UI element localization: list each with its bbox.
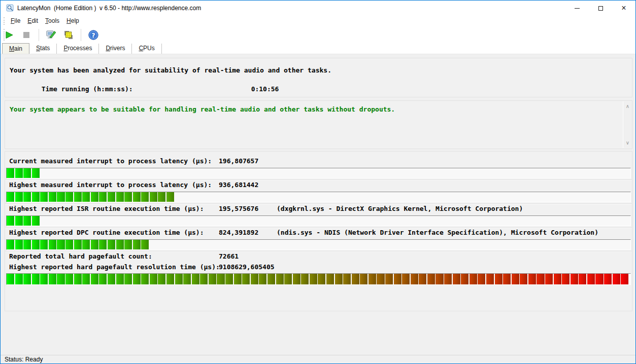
report-button[interactable]	[61, 28, 76, 42]
bar-segment	[512, 274, 519, 284]
latency-level-bar	[6, 215, 631, 226]
bar-segment	[49, 274, 56, 284]
latency-level-bar	[6, 239, 631, 250]
bar-segment	[604, 274, 612, 284]
bar-segment	[57, 192, 64, 202]
toolbar-gripper[interactable]	[4, 29, 5, 41]
bar-segment	[453, 274, 460, 284]
bar-segment	[65, 240, 73, 249]
bar-segment	[461, 274, 468, 284]
measurements-panel: Current measured interrupt to process la…	[5, 151, 632, 311]
measurement-label: Highest measured interrupt to process la…	[9, 181, 219, 189]
bar-segment	[554, 274, 561, 284]
options-button[interactable]	[44, 28, 58, 42]
verdict-panel: Your system appears to be suitable for h…	[5, 100, 632, 149]
measurement-driver-info: (dxgkrnl.sys - DirectX Graphics Kernel, …	[277, 205, 523, 212]
toolbar-separator	[39, 29, 39, 41]
measurement-label: Highest reported DPC routine execution t…	[9, 229, 219, 236]
tab-cpus[interactable]: CPUs	[132, 44, 161, 54]
bar-segment	[141, 192, 149, 202]
bar-segment	[23, 274, 31, 284]
bar-segment	[394, 274, 401, 284]
tab-processes[interactable]: Processes	[57, 44, 99, 54]
bar-segment	[15, 274, 23, 284]
scroll-up-button[interactable]: ∧	[623, 102, 632, 111]
bar-segment	[40, 192, 48, 202]
menu-item-file[interactable]: File	[7, 16, 24, 26]
latency-level-bar	[6, 168, 631, 178]
close-button[interactable]: ×	[612, 1, 635, 16]
menu-item-help[interactable]: Help	[63, 16, 83, 26]
bar-segment	[369, 274, 376, 284]
bar-segment	[242, 274, 250, 284]
scroll-down-button[interactable]: ∨	[623, 139, 632, 147]
play-icon	[4, 30, 14, 40]
bar-segment	[7, 240, 14, 249]
bar-segment	[49, 240, 56, 249]
help-button[interactable]: ?	[86, 28, 101, 42]
bar-segment	[595, 274, 603, 284]
measurement-row: Highest reported ISR routine execution t…	[9, 205, 628, 214]
bar-segment	[318, 274, 325, 284]
bar-segment	[377, 274, 384, 284]
bar-segment	[301, 274, 309, 284]
bar-segment	[82, 274, 90, 284]
menu-items: FileEditToolsHelp	[7, 16, 83, 26]
bar-segment	[65, 192, 73, 202]
bar-segment	[293, 274, 300, 284]
time-running-row: Time running (h:mm:ss):0:10:56	[10, 78, 279, 100]
bar-segment	[326, 274, 334, 284]
verdict-message: Your system appears to be suitable for h…	[10, 105, 395, 113]
verdict-scrollbar[interactable]: ∧ ∨	[623, 101, 631, 148]
tab-main[interactable]: Main	[2, 43, 29, 54]
bar-segment	[15, 192, 23, 202]
bar-segment	[419, 274, 426, 284]
bar-segment	[74, 240, 82, 249]
bar-segment	[411, 274, 418, 284]
bar-segment	[520, 274, 527, 284]
bar-track	[7, 216, 630, 226]
measurement-value: 9108629,605405	[219, 263, 277, 271]
measurement-value: 824,391892	[219, 229, 277, 236]
measurement-value: 936,681442	[219, 181, 277, 189]
bar-segment	[99, 274, 107, 284]
bar-segment	[7, 216, 14, 226]
minimize-button[interactable]	[565, 1, 589, 16]
bar-segment	[209, 274, 216, 284]
menu-gripper[interactable]	[4, 17, 5, 25]
bar-segment	[495, 274, 503, 284]
analysis-headline: Your system has been analyzed for suitab…	[10, 66, 331, 74]
bar-segment	[200, 274, 208, 284]
menu-item-edit[interactable]: Edit	[24, 16, 42, 26]
bar-segment	[621, 274, 628, 284]
svg-text:?: ?	[92, 31, 95, 39]
bar-segment	[133, 240, 141, 249]
bar-segment	[444, 274, 452, 284]
status-bar: Status: Ready	[1, 355, 635, 364]
bar-segment	[15, 240, 23, 249]
tab-drivers[interactable]: Drivers	[99, 44, 132, 54]
bar-segment	[158, 274, 165, 284]
bar-segment	[23, 168, 31, 178]
status-text: Status: Ready	[5, 355, 43, 364]
bar-segment	[108, 274, 115, 284]
bar-segment	[402, 274, 410, 284]
bar-segment	[141, 240, 149, 249]
bar-segment	[99, 192, 107, 202]
stacked-pages-icon	[63, 29, 74, 41]
bar-segment	[91, 192, 98, 202]
maximize-icon	[598, 6, 603, 11]
measurement-label: Reported total hard pagefault count:	[9, 252, 219, 260]
analysis-summary-panel: Your system has been analyzed for suitab…	[5, 58, 632, 97]
bar-segment	[23, 240, 31, 249]
menu-item-tools[interactable]: Tools	[42, 16, 63, 26]
tab-stats[interactable]: Stats	[29, 44, 57, 54]
maximize-button[interactable]	[589, 1, 612, 16]
bar-segment	[82, 240, 90, 249]
bar-segment	[478, 274, 485, 284]
bar-segment	[133, 274, 141, 284]
title-bar: LatencyMon (Home Edition ) v 6.50 - http…	[1, 1, 635, 16]
bar-segment	[124, 274, 132, 284]
bar-segment	[150, 274, 157, 284]
measurement-label: Highest reported hard pagefault resoluti…	[9, 263, 219, 271]
